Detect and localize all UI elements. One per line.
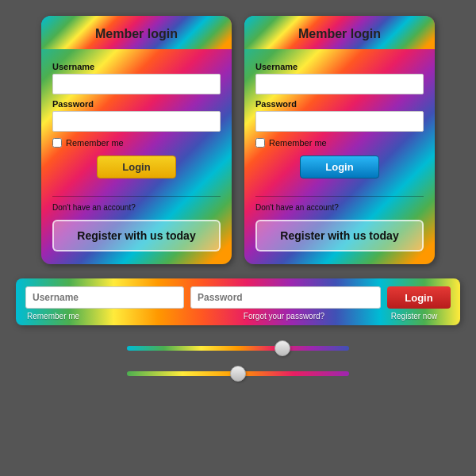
- slider-1-container: [127, 340, 349, 357]
- cards-container: Member login Username Password Remember …: [0, 0, 476, 272]
- slider-1-track: [127, 346, 349, 351]
- hbar-bottom-row: Remember me Forgot your password? Regist…: [25, 312, 451, 321]
- remember-row-right: Remember me: [255, 138, 424, 148]
- password-label-left: Password: [52, 99, 221, 109]
- username-input-right[interactable]: [255, 74, 424, 94]
- password-label-right: Password: [255, 99, 424, 109]
- slider-1-thumb[interactable]: [274, 340, 290, 356]
- password-input-left[interactable]: [52, 111, 221, 132]
- login-card-left: Member login Username Password Remember …: [41, 16, 232, 264]
- card-right-header: Member login: [244, 16, 435, 49]
- sliders-section: [111, 340, 365, 382]
- divider-right: [255, 196, 424, 197]
- login-card-right: Member login Username Password Remember …: [244, 16, 435, 264]
- hbar-remember-label: Remember me: [27, 312, 186, 321]
- hbar-login-button[interactable]: Login: [387, 286, 451, 309]
- remember-checkbox-right[interactable]: [255, 138, 265, 148]
- hbar-register-label[interactable]: Register now: [382, 312, 446, 321]
- hbar-username-input[interactable]: [25, 286, 184, 309]
- hbar-forgot-label[interactable]: Forgot your password?: [186, 312, 382, 321]
- dont-have-left: Don't have an account?: [41, 203, 232, 217]
- slider-2-container: [127, 365, 349, 382]
- dont-have-right: Don't have an account?: [244, 203, 435, 217]
- slider-2-thumb[interactable]: [230, 366, 246, 382]
- username-label-right: Username: [255, 62, 424, 71]
- register-button-right[interactable]: Register with us today: [255, 220, 424, 251]
- card-left-header: Member login: [41, 16, 232, 49]
- hbar-password-input[interactable]: [190, 286, 381, 309]
- horizontal-bar: Login Remember me Forgot your password? …: [16, 278, 460, 325]
- card-right-body: Username Password Remember me Login: [244, 49, 435, 186]
- card-left-body: Username Password Remember me Login: [41, 49, 232, 186]
- remember-row-left: Remember me: [52, 138, 221, 148]
- register-button-left[interactable]: Register with us today: [52, 220, 221, 251]
- login-button-left[interactable]: Login: [97, 155, 176, 178]
- login-button-right[interactable]: Login: [300, 155, 379, 178]
- password-input-right[interactable]: [255, 111, 424, 132]
- remember-label-right: Remember me: [269, 138, 327, 148]
- username-label-left: Username: [52, 62, 221, 71]
- divider-left: [52, 196, 221, 197]
- hbar-top-row: Login: [25, 286, 451, 309]
- remember-checkbox-left[interactable]: [52, 138, 62, 148]
- remember-label-left: Remember me: [66, 138, 124, 148]
- username-input-left[interactable]: [52, 74, 221, 94]
